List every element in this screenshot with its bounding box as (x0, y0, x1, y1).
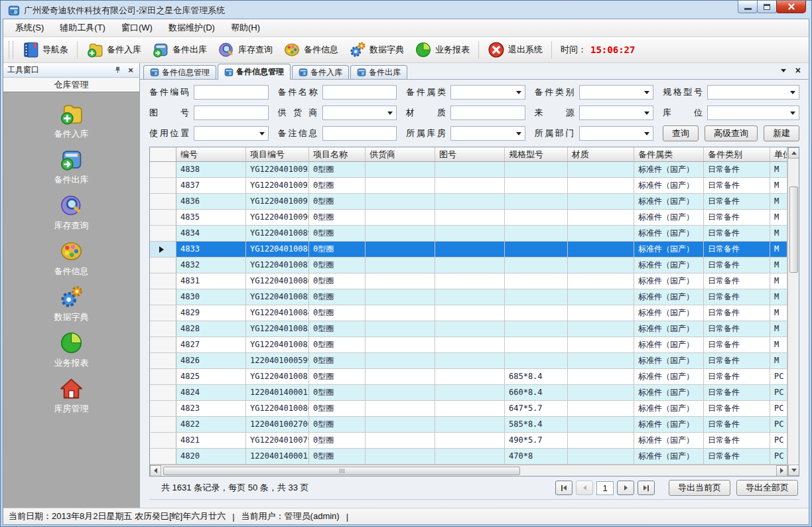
toolbar-business-report-button[interactable]: 业务报表 (409, 38, 475, 61)
vertical-scroll-thumb[interactable] (789, 187, 798, 273)
close-button[interactable] (776, 1, 806, 13)
table-row[interactable]: 4838 YG12204010093 0型圈 标准件（国产） 日常备件 (150, 162, 787, 178)
menu-item-data-maintain[interactable]: 数据维护(D) (161, 19, 223, 37)
toolbar-navbar-button[interactable]: 导航条 (17, 38, 74, 61)
pin-icon[interactable] (113, 66, 122, 75)
column-header[interactable]: 备件属类 (634, 147, 704, 161)
sidebar-item-part-info[interactable]: 备件信息 (3, 239, 139, 281)
chevron-down-icon[interactable] (781, 69, 786, 72)
next-page-button[interactable] (617, 481, 634, 495)
table-row[interactable]: 4826 1220401000599 0型圈 标准件（国产） 日常备件 (150, 353, 787, 369)
sidebar-item-part-outbound[interactable]: 备件出库 (3, 147, 139, 189)
supplier-select[interactable] (322, 106, 397, 120)
table-row[interactable]: 4833 YG12204010088 0型圈 标准件（国产） 日常备件 (150, 242, 787, 258)
last-page-button[interactable] (638, 481, 655, 495)
close-icon[interactable]: × (795, 66, 801, 75)
sidebar-item-part-inbound[interactable]: 备件入库 (3, 102, 139, 143)
export-current-page-button[interactable]: 导出当前页 (669, 480, 730, 496)
column-header[interactable]: 规格型号 (505, 147, 568, 161)
row-selector[interactable] (150, 210, 176, 226)
toolbar-exit-button[interactable]: 退出系统 (482, 38, 548, 61)
row-selector[interactable] (150, 305, 176, 321)
table-row[interactable]: 4834 YG12204010089 0型圈 标准件（国产） 日常备件 (150, 226, 787, 242)
first-page-button[interactable] (555, 481, 573, 495)
row-selector[interactable] (150, 242, 176, 258)
scroll-left-icon[interactable] (150, 465, 161, 477)
menu-item-window[interactable]: 窗口(W) (113, 19, 161, 37)
row-selector[interactable] (150, 289, 176, 305)
sidebar-item-business-report[interactable]: 业务报表 (3, 331, 139, 372)
row-selector[interactable] (150, 162, 176, 178)
scroll-down-icon[interactable] (788, 465, 799, 476)
table-row[interactable]: 4820 1220401400013 0型圈 470*8 标准件（国产） (150, 449, 787, 465)
sidebar-group-warehouse[interactable]: 仓库管理 (3, 78, 139, 92)
maximize-button[interactable] (757, 1, 777, 13)
row-selector[interactable] (150, 194, 176, 210)
table-row[interactable]: 4824 1220401400012 0型圈 660*8.4 标准件（国产） (150, 385, 787, 401)
tab-part-inbound[interactable]: 备件入库 (292, 65, 349, 79)
source-select[interactable] (579, 106, 654, 120)
column-header[interactable]: 项目编号 (246, 147, 309, 161)
table-row[interactable]: 4830 YG12204010085 0型圈 标准件（国产） 日常备件 (150, 289, 787, 305)
table-row[interactable]: 4823 YG12204010080 0型圈 647*5.7 标准件（国产） (150, 401, 787, 417)
column-header[interactable]: 单位 (770, 147, 787, 161)
horizontal-scrollbar[interactable] (150, 465, 787, 476)
column-header[interactable]: 供货商 (366, 147, 435, 161)
tab-part-info-manage-1[interactable]: 备件信息管理 (143, 65, 216, 79)
column-header[interactable]: 项目名称 (309, 147, 366, 161)
part-type-select[interactable] (579, 85, 654, 100)
toolbar-part-outbound-button[interactable]: 备件出库 (147, 38, 212, 61)
drawing-no-input[interactable] (194, 106, 269, 120)
table-row[interactable]: 4829 YG12204010084 0型圈 标准件（国产） 日常备件 (150, 305, 787, 321)
row-selector[interactable] (150, 258, 176, 273)
warehouse-select[interactable] (450, 126, 525, 141)
horizontal-scroll-thumb[interactable] (163, 467, 520, 475)
scroll-right-icon[interactable] (776, 465, 787, 477)
row-selector[interactable] (150, 321, 176, 337)
row-selector[interactable] (150, 226, 176, 242)
row-selector[interactable] (150, 417, 176, 433)
table-row[interactable]: 4822 1220401002700 0型圈 585*8.4 标准件（国产） (150, 417, 787, 433)
toolbar-inventory-query-button[interactable]: 库存查询 (212, 38, 278, 61)
row-selector[interactable] (150, 385, 176, 401)
table-row[interactable]: 4836 YG12204010091 0型圈 标准件（国产） 日常备件 (150, 194, 787, 210)
remark-input[interactable] (322, 126, 397, 141)
table-row[interactable]: 4837 YG12204010092 0型圈 标准件（国产） 日常备件 (150, 178, 787, 194)
tab-part-outbound[interactable]: 备件出库 (350, 65, 407, 79)
tab-part-info-manage-2[interactable]: 备件信息管理 (218, 64, 291, 80)
toolbar-part-inbound-button[interactable]: 备件入库 (81, 38, 147, 61)
row-selector[interactable] (150, 273, 176, 289)
row-selector[interactable] (150, 353, 176, 369)
part-code-input[interactable] (194, 85, 269, 100)
part-category-select[interactable] (450, 85, 525, 100)
row-selector[interactable] (150, 433, 176, 449)
material-input[interactable] (450, 106, 525, 120)
new-button[interactable]: 新建 (764, 125, 799, 141)
column-header[interactable]: 备件类别 (704, 147, 770, 161)
export-all-pages-button[interactable]: 导出全部页 (736, 480, 798, 496)
menu-item-tools[interactable]: 辅助工具(T) (52, 19, 113, 37)
row-selector[interactable] (150, 369, 176, 385)
table-row[interactable]: 4832 YG12204010087 0型圈 标准件（国产） 日常备件 (150, 258, 787, 273)
row-selector[interactable] (150, 178, 176, 194)
toolbar-grip[interactable] (9, 41, 13, 58)
vertical-scrollbar[interactable] (787, 147, 799, 476)
page-number-input[interactable]: 1 (596, 481, 614, 495)
spec-model-select[interactable] (707, 85, 799, 100)
part-name-input[interactable] (322, 85, 397, 100)
scroll-up-icon[interactable] (788, 147, 799, 159)
row-selector[interactable] (150, 337, 176, 353)
use-position-select[interactable] (194, 126, 269, 141)
minimize-button[interactable] (738, 1, 758, 13)
table-row[interactable]: 4825 YG12204010081 0型圈 685*8.4 标准件（国产） (150, 369, 787, 385)
prev-page-button[interactable] (576, 481, 593, 495)
menu-item-system[interactable]: 系统(S) (7, 19, 52, 37)
toolbar-part-info-button[interactable]: 备件信息 (278, 38, 344, 61)
column-header[interactable]: 编号 (176, 147, 246, 161)
column-header[interactable]: 材质 (568, 147, 634, 161)
table-row[interactable]: 4821 YG12204010079 0型圈 490*5.7 标准件（国产） (150, 433, 787, 449)
table-row[interactable]: 4835 YG12204010090 0型圈 标准件（国产） 日常备件 (150, 210, 787, 226)
location-select[interactable] (707, 106, 799, 120)
sidebar-item-warehouse-manage[interactable]: 库房管理 (3, 376, 139, 418)
advanced-query-button[interactable]: 高级查询 (705, 125, 758, 141)
